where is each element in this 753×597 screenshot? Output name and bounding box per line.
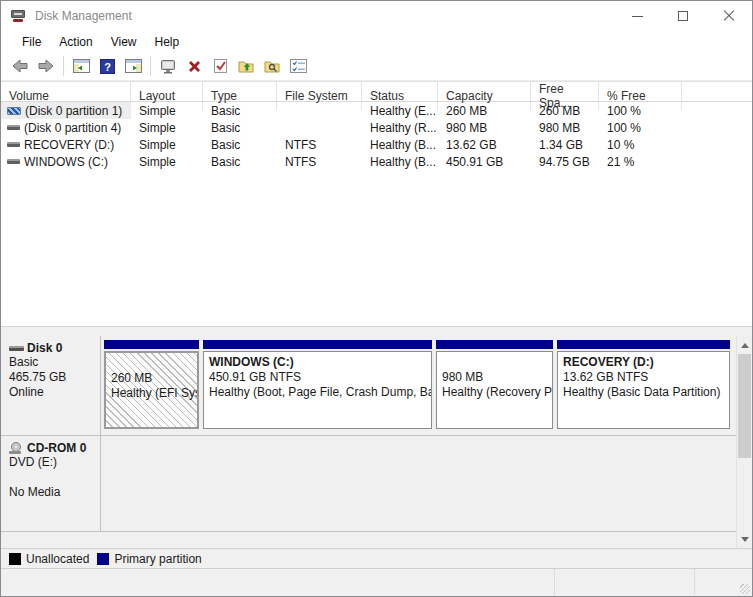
- minimize-button[interactable]: [614, 1, 660, 31]
- show-console-tree-button[interactable]: [69, 54, 93, 78]
- cell-pct-free: 21 %: [599, 155, 682, 169]
- folder-up-button[interactable]: [234, 54, 258, 78]
- cell-type: Basic: [203, 155, 277, 169]
- column-header-file-system[interactable]: File System: [277, 82, 362, 110]
- menu-action[interactable]: Action: [50, 33, 101, 51]
- cell-file-system: NTFS: [277, 155, 362, 169]
- partition-efi[interactable]: 260 MB Healthy (EFI Sys: [104, 340, 199, 429]
- cell-file-system: NTFS: [277, 138, 362, 152]
- scroll-up-icon: [741, 343, 749, 348]
- cell-pct-free: 100 %: [599, 104, 682, 118]
- cdrom-media-status: No Media: [9, 485, 94, 500]
- volume-row-disk0-partition4[interactable]: (Disk 0 partition 4) Simple Basic Health…: [1, 119, 752, 136]
- cell-pct-free: 100 %: [599, 121, 682, 135]
- volume-row-windows-c[interactable]: WINDOWS (C:) Simple Basic NTFS Healthy (…: [1, 153, 752, 170]
- cell-capacity: 450.91 GB: [438, 155, 531, 169]
- cell-capacity: 260 MB: [438, 104, 531, 118]
- volume-name: WINDOWS (C:): [24, 155, 108, 169]
- window-controls: [614, 1, 752, 31]
- checklist-button[interactable]: [286, 54, 310, 78]
- show-action-pane-button[interactable]: [121, 54, 145, 78]
- partition-980-body: 980 MB Healthy (Recovery P: [436, 351, 553, 429]
- partition-status: Healthy (Basic Data Partition): [563, 385, 724, 400]
- column-header-filler: [682, 82, 752, 110]
- console-tree-icon: [73, 59, 90, 74]
- legend-bar: Unallocated Primary partition: [1, 548, 752, 569]
- vertical-scrollbar[interactable]: [736, 336, 752, 548]
- volume-name: RECOVERY (D:): [24, 138, 114, 152]
- partition-windows-c[interactable]: WINDOWS (C:) 450.91 GB NTFS Healthy (Boo…: [203, 340, 432, 429]
- drive-volume-icon: [7, 125, 20, 130]
- disk-management-window: Disk Management File Action View Help: [0, 0, 753, 597]
- cell-free-space: 980 MB: [531, 121, 599, 135]
- cdrom-name: CD-ROM 0: [27, 441, 86, 455]
- cell-type: Basic: [203, 138, 277, 152]
- partition-size: 260 MB: [111, 371, 192, 386]
- menu-help[interactable]: Help: [146, 33, 189, 51]
- cdrom-icon: [9, 442, 24, 454]
- help-icon: ?: [100, 59, 115, 74]
- cell-free-space: 260 MB: [531, 104, 599, 118]
- delete-button[interactable]: [182, 54, 206, 78]
- cdrom-empty-area: [101, 436, 736, 531]
- status-segment: [554, 569, 694, 596]
- help-button[interactable]: ?: [95, 54, 119, 78]
- cell-status: Healthy (B...: [362, 155, 438, 169]
- checklist-icon: [290, 59, 307, 73]
- disk0-info-panel[interactable]: Disk 0 Basic 465.75 GB Online: [1, 336, 101, 435]
- scroll-down-button[interactable]: [737, 531, 753, 547]
- close-button[interactable]: [706, 1, 752, 31]
- resize-grip[interactable]: [740, 584, 750, 594]
- cell-type: Basic: [203, 104, 277, 118]
- volume-row-recovery-d[interactable]: RECOVERY (D:) Simple Basic NTFS Healthy …: [1, 136, 752, 153]
- toolbar-separator: [150, 56, 151, 76]
- scroll-down-icon: [741, 537, 749, 542]
- scrollbar-thumb[interactable]: [738, 354, 751, 458]
- primary-partition-bar: [557, 340, 730, 349]
- toolbar-separator: [63, 56, 64, 76]
- back-button[interactable]: [8, 54, 32, 78]
- partition-status: Healthy (Recovery P: [442, 385, 547, 400]
- partition-recovery-d[interactable]: RECOVERY (D:) 13.62 GB NTFS Healthy (Bas…: [557, 340, 730, 429]
- check-document-button[interactable]: [208, 54, 232, 78]
- primary-partition-bar: [203, 340, 432, 349]
- folder-search-icon: [264, 59, 281, 74]
- back-icon: [12, 58, 28, 74]
- menu-view[interactable]: View: [102, 33, 146, 51]
- minimize-icon: [632, 16, 643, 17]
- disk0-status: Online: [9, 385, 94, 400]
- scroll-up-button[interactable]: [737, 337, 753, 353]
- cell-capacity: 13.62 GB: [438, 138, 531, 152]
- partition-status: Healthy (EFI Sys: [111, 386, 192, 401]
- disk0-size: 465.75 GB: [9, 370, 94, 385]
- folder-search-button[interactable]: [260, 54, 284, 78]
- cell-status: Healthy (R...: [362, 121, 438, 135]
- menu-file[interactable]: File: [13, 33, 50, 51]
- partition-recovery-980mb[interactable]: 980 MB Healthy (Recovery P: [436, 340, 553, 429]
- app-icon: [11, 9, 27, 23]
- volume-list-header: Volume Layout Type File System Status Ca…: [1, 81, 752, 102]
- legend-label: Unallocated: [26, 552, 89, 566]
- window-title: Disk Management: [35, 9, 132, 23]
- disk0-type: Basic: [9, 355, 94, 370]
- cell-layout: Simple: [131, 104, 203, 118]
- volume-row-disk0-partition1[interactable]: (Disk 0 partition 1) Simple Basic Health…: [1, 102, 752, 119]
- unallocated-swatch: [9, 553, 21, 565]
- forward-button[interactable]: [34, 54, 58, 78]
- delete-icon: [187, 59, 202, 74]
- drive-volume-icon: [7, 142, 20, 147]
- legend-primary-partition: Primary partition: [97, 552, 201, 566]
- menu-bar: File Action View Help: [1, 31, 752, 52]
- computer-button[interactable]: [156, 54, 180, 78]
- pane-splitter[interactable]: [1, 326, 752, 336]
- volume-name: (Disk 0 partition 1): [25, 104, 122, 118]
- cdrom-info-panel[interactable]: CD-ROM 0 DVD (E:) No Media: [1, 436, 101, 531]
- status-bar: [1, 569, 752, 596]
- title-bar: Disk Management: [1, 1, 752, 31]
- maximize-button[interactable]: [660, 1, 706, 31]
- partition-label: [111, 356, 192, 371]
- primary-partition-swatch: [97, 553, 109, 565]
- maximize-icon: [678, 11, 688, 21]
- cell-status: Healthy (E...: [362, 104, 438, 118]
- toolbar: ?: [1, 52, 752, 81]
